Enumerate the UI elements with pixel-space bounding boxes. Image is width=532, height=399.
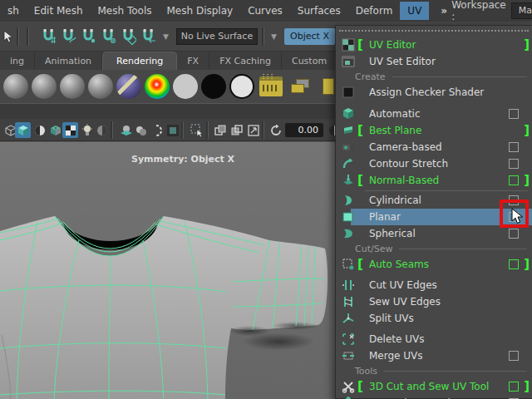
menubar-item-deform[interactable]: Deform	[348, 2, 401, 20]
rainbow-sphere-icon[interactable]	[145, 74, 170, 99]
menu-item-3d-cut-and-sew-uv-tool[interactable]: []3D Cut and Sew UV Tool	[336, 378, 532, 395]
flat-circle-icon[interactable]	[173, 74, 198, 99]
yellow-window-icon[interactable]	[259, 76, 283, 96]
menu-section-tools: Tools	[336, 364, 532, 378]
menu-item-assign-checker-shader[interactable]: Assign Checker Shader	[336, 84, 532, 101]
arc-dashed-icon[interactable]	[148, 122, 164, 138]
menu-tearoff-handle[interactable]	[339, 30, 529, 36]
menu-item-label: Cylindrical	[369, 192, 504, 209]
refresh-icon[interactable]	[268, 122, 283, 138]
menu-item-merge-uvs[interactable]: Merge UVs	[336, 347, 532, 364]
option-box[interactable]	[509, 382, 519, 392]
automatic-icon	[341, 107, 355, 121]
snap-dropdown-caret-icon[interactable]: ▼	[163, 27, 169, 46]
menu-item-label: Camera-based	[369, 139, 504, 155]
snap-grid-icon[interactable]	[40, 27, 57, 46]
live-surface-field[interactable]: No Live Surface	[176, 28, 258, 45]
menubar-item-curves[interactable]: Curves	[240, 2, 290, 20]
option-box[interactable]	[509, 351, 519, 361]
gray-sphere-icon[interactable]	[32, 74, 57, 99]
yellow-partial-icon[interactable]	[323, 78, 334, 95]
snap-curve-icon[interactable]	[60, 27, 76, 46]
menu-item-contour-stretch[interactable]: Contour Stretch	[336, 155, 532, 172]
diag-arrow-box-icon[interactable]	[245, 122, 261, 138]
menu-item-label: Planar	[369, 209, 504, 225]
plane-sphere-icon[interactable]	[118, 122, 134, 138]
snap-view-plane-icon[interactable]	[120, 27, 136, 46]
overlap-squares2-icon[interactable]	[229, 122, 244, 138]
menu-item-uv-editor[interactable]: []UV Editor	[336, 37, 532, 53]
gray-sphere-icon[interactable]	[60, 74, 85, 99]
shelf-tab-fx[interactable]: FX	[177, 52, 209, 70]
shadow-sphere-icon[interactable]	[94, 122, 110, 138]
textured-cube-icon[interactable]	[47, 122, 63, 138]
recent-bracket-left: [	[357, 378, 363, 395]
menubar-item-edit-mesh[interactable]: Edit Mesh	[27, 2, 91, 20]
shelf-tab-animation[interactable]: Animation	[35, 52, 102, 70]
recent-bracket-right: ]	[524, 256, 530, 273]
option-box[interactable]	[509, 259, 519, 269]
menu-item-normal-based[interactable]: []Normal-Based	[336, 172, 532, 189]
workspace-selector[interactable]: Maya Classic*	[511, 2, 532, 19]
select-tool-icon[interactable]	[2, 27, 14, 46]
overlap-squares-icon[interactable]	[212, 122, 228, 138]
gray-sphere-icon[interactable]	[3, 74, 28, 99]
menubar-item-surfaces[interactable]: Surfaces	[290, 2, 348, 20]
gray-spheres-icon[interactable]	[133, 122, 149, 138]
menu-item-auto-seams[interactable]: []Auto Seams	[336, 256, 532, 273]
black-circle-icon[interactable]	[201, 74, 226, 99]
snap-point-icon[interactable]	[80, 27, 96, 46]
menu-item-camera-based[interactable]: Camera-based	[336, 139, 532, 155]
option-box[interactable]	[509, 229, 519, 239]
shelf-tab-rendering[interactable]: Rendering	[102, 52, 177, 70]
menu-item-label: Automatic	[369, 106, 504, 122]
symmetry-status-label: Symmetry: Object X	[131, 154, 234, 165]
cut-uv-icon	[341, 278, 355, 292]
menu-item-split-uvs[interactable]: Split UVs	[336, 310, 532, 327]
section-divider-line	[392, 76, 527, 77]
recent-bracket-right: ]	[524, 172, 530, 189]
menu-item-sew-uv-edges[interactable]: Sew UV Edges	[336, 293, 532, 310]
shaded-cube-icon[interactable]	[15, 122, 31, 138]
checker-icon[interactable]	[62, 122, 78, 138]
menu-item-spherical[interactable]: Spherical	[336, 225, 532, 242]
menu-item-3d-grab-uv-tool[interactable]: 3D Grab UV Tool	[336, 395, 532, 399]
workspace-chevrons-icon[interactable]: »	[441, 5, 446, 17]
menubar-item-sh[interactable]: sh	[0, 2, 27, 20]
yellow-stack-icon[interactable]	[289, 76, 314, 96]
light-bulb-icon[interactable]	[79, 122, 95, 138]
menubar-item-mesh-display[interactable]: Mesh Display	[159, 2, 240, 20]
bw-sphere-icon[interactable]	[32, 122, 47, 138]
snap-projected-icon[interactable]	[100, 27, 116, 46]
shelf-tab-ing[interactable]: ing	[0, 52, 35, 70]
separator	[181, 121, 184, 139]
menu-item-label: UV Editor	[369, 37, 504, 53]
stripe-sphere-icon[interactable]	[116, 74, 141, 99]
menu-item-cut-uv-edges[interactable]: Cut UV Edges	[336, 277, 532, 293]
menu-item-best-plane[interactable]: []Best Plane	[336, 122, 532, 139]
menu-item-label: 3D Grab UV Tool	[369, 395, 504, 399]
symmetry-dropdown-caret-icon[interactable]: ▼	[271, 27, 277, 46]
ring-circle-icon[interactable]	[229, 74, 254, 99]
menu-item-label: Sew UV Edges	[369, 293, 504, 310]
option-box[interactable]	[509, 175, 519, 185]
menu-item-automatic[interactable]: Automatic	[336, 106, 532, 122]
shelf-tab-custom[interactable]: Custom	[282, 52, 337, 70]
shelf-tab-fx-caching[interactable]: FX Caching	[209, 52, 282, 70]
marquee-cursor-icon[interactable]	[189, 122, 204, 138]
recent-bracket-right: ]	[524, 122, 530, 139]
cylindrical-icon	[341, 194, 355, 207]
option-box[interactable]	[509, 159, 519, 169]
gray-sphere-icon[interactable]	[88, 74, 113, 99]
option-box[interactable]	[509, 142, 519, 152]
menubar-item-uv[interactable]: UV	[400, 2, 429, 20]
snap-together-icon[interactable]	[140, 27, 156, 46]
pressed-box-icon[interactable]	[165, 122, 180, 138]
separator	[27, 27, 29, 46]
menubar-item-mesh-tools[interactable]: Mesh Tools	[91, 2, 160, 20]
option-box[interactable]	[509, 109, 519, 119]
menu-item-delete-uvs[interactable]: Delete UVs	[336, 331, 532, 347]
symmetry-object-x-button[interactable]: Object X	[284, 28, 335, 45]
rotate-angle-field[interactable]: 0.00	[285, 123, 323, 137]
menu-item-uv-set-editor[interactable]: UV Set Editor	[336, 53, 532, 70]
